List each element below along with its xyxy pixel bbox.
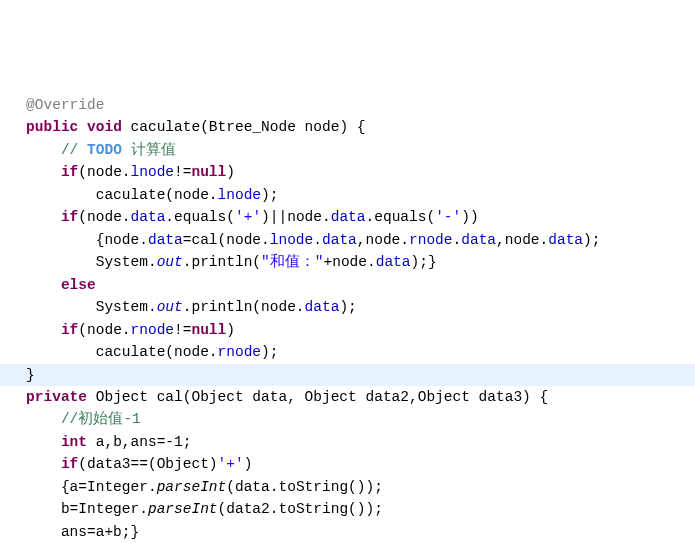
- code-line: else: [0, 274, 695, 296]
- code-token: "和值：": [261, 254, 323, 270]
- code-token: if: [61, 164, 78, 180]
- code-token: System.: [0, 299, 157, 315]
- code-token: public: [26, 119, 78, 135]
- code-token: data: [131, 209, 166, 225]
- code-token: rnode: [131, 322, 175, 338]
- code-token: [0, 209, 61, 225]
- code-token: if: [61, 209, 78, 225]
- code-token: data: [305, 299, 340, 315]
- code-token: .equals(: [366, 209, 436, 225]
- code-token: [78, 119, 87, 135]
- code-token: )): [461, 209, 478, 225]
- code-token: );: [583, 232, 600, 248]
- code-token: [0, 456, 61, 472]
- code-token: data: [331, 209, 366, 225]
- code-token: [0, 97, 26, 113]
- code-token: data: [548, 232, 583, 248]
- code-token: ,node.: [496, 232, 548, 248]
- code-token: [0, 434, 61, 450]
- code-token: '+': [218, 456, 244, 472]
- code-line: }: [0, 364, 695, 386]
- code-token: void: [87, 119, 122, 135]
- code-token: );: [339, 299, 356, 315]
- code-line: private Object cal(Object data, Object d…: [0, 386, 695, 408]
- code-token: !=: [174, 164, 191, 180]
- code-token: private: [26, 389, 87, 405]
- code-token: [0, 142, 61, 158]
- code-token: !=: [174, 322, 191, 338]
- code-token: lnode: [218, 187, 262, 203]
- code-token: caculate(Btree_Node node) {: [122, 119, 366, 135]
- code-token: out: [157, 299, 183, 315]
- code-line: ans=a+b;}: [0, 521, 695, 543]
- code-token: rnode: [409, 232, 453, 248]
- code-token: [0, 389, 26, 405]
- code-token: '+': [235, 209, 261, 225]
- code-line: System.out.println(node.data);: [0, 296, 695, 318]
- code-token: .println(node.: [183, 299, 305, 315]
- code-line: if(node.lnode!=null): [0, 161, 695, 183]
- code-line: if(data3==(Object)'+'): [0, 453, 695, 475]
- code-token: .println(: [183, 254, 261, 270]
- code-token: (node.: [78, 209, 130, 225]
- code-token: rnode: [218, 344, 262, 360]
- code-token: .: [313, 232, 322, 248]
- code-line: public void caculate(Btree_Node node) {: [0, 116, 695, 138]
- code-token: if: [61, 322, 78, 338]
- code-token: out: [157, 254, 183, 270]
- code-token: (node.: [78, 164, 130, 180]
- code-token: caculate(node.: [0, 344, 218, 360]
- code-token: {a=Integer.: [0, 479, 157, 495]
- code-line: caculate(node.rnode);: [0, 341, 695, 363]
- code-line: if(node.data.equals('+')||node.data.equa…: [0, 206, 695, 228]
- code-token: parseInt: [157, 479, 227, 495]
- code-token: //初始值-1: [61, 411, 141, 427]
- code-token: b=Integer.: [0, 501, 148, 517]
- code-token: '-': [435, 209, 461, 225]
- code-token: 计算值: [122, 142, 176, 158]
- code-token: ): [226, 164, 235, 180]
- code-block: @Override public void caculate(Btree_Nod…: [0, 90, 695, 543]
- code-token: data: [376, 254, 411, 270]
- code-token: .: [453, 232, 462, 248]
- code-token: =cal(node.: [183, 232, 270, 248]
- code-line: {a=Integer.parseInt(data.toString());: [0, 476, 695, 498]
- code-token: (data3==(Object): [78, 456, 217, 472]
- code-token: (data2.toString());: [218, 501, 383, 517]
- code-token: data: [148, 232, 183, 248]
- code-line: b=Integer.parseInt(data2.toString());: [0, 498, 695, 520]
- code-line: {node.data=cal(node.lnode.data,node.rnod…: [0, 229, 695, 251]
- code-token: );}: [411, 254, 437, 270]
- code-token: (node.: [78, 322, 130, 338]
- code-line: int a,b,ans=-1;: [0, 431, 695, 453]
- code-token: .equals(: [165, 209, 235, 225]
- code-token: {node.: [0, 232, 148, 248]
- code-token: );: [261, 187, 278, 203]
- code-token: [0, 322, 61, 338]
- code-token: }: [0, 367, 35, 383]
- code-token: System.: [0, 254, 157, 270]
- code-line: if(node.rnode!=null): [0, 319, 695, 341]
- code-token: data: [322, 232, 357, 248]
- code-token: [0, 164, 61, 180]
- code-token: ): [226, 322, 235, 338]
- code-token: parseInt: [148, 501, 218, 517]
- code-token: [0, 119, 26, 135]
- code-line: //初始值-1: [0, 408, 695, 430]
- code-token: int: [61, 434, 87, 450]
- code-token: (data.toString());: [226, 479, 383, 495]
- code-token: null: [191, 164, 226, 180]
- code-token: +node.: [323, 254, 375, 270]
- code-token: //: [61, 142, 87, 158]
- code-token: null: [191, 322, 226, 338]
- code-token: ans=a+b;}: [0, 524, 139, 540]
- code-line: System.out.println("和值："+node.data);}: [0, 251, 695, 273]
- code-token: a,b,ans=-1;: [87, 434, 191, 450]
- code-token: [0, 277, 61, 293]
- code-token: caculate(node.: [0, 187, 218, 203]
- code-token: );: [261, 344, 278, 360]
- code-line: caculate(node.lnode);: [0, 184, 695, 206]
- code-token: ): [244, 456, 253, 472]
- code-token: lnode: [270, 232, 314, 248]
- code-token: if: [61, 456, 78, 472]
